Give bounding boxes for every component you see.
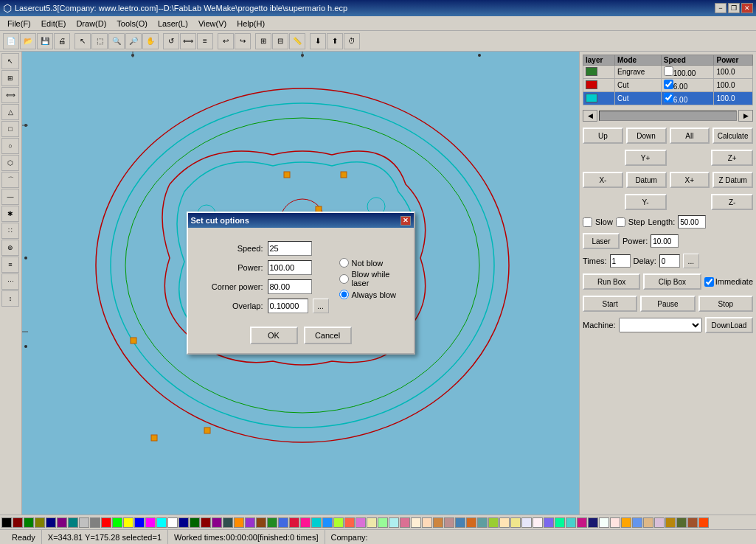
color-swatch-2[interactable] bbox=[24, 517, 34, 528]
menu-item-helph[interactable]: Help(H) bbox=[232, 18, 269, 29]
tool-6[interactable]: ⬡ bbox=[1, 155, 19, 171]
undo-button[interactable]: ↩ bbox=[218, 33, 234, 49]
tool-5[interactable]: ○ bbox=[1, 138, 19, 154]
color-swatch-18[interactable] bbox=[201, 517, 211, 528]
start-button[interactable]: Start bbox=[583, 296, 637, 312]
color-swatch-46[interactable] bbox=[510, 517, 521, 528]
pan-tool[interactable]: ✋ bbox=[142, 33, 159, 49]
color-swatch-12[interactable] bbox=[134, 517, 145, 528]
color-swatch-3[interactable] bbox=[35, 517, 45, 528]
laser-button[interactable]: Laser bbox=[583, 233, 620, 249]
always-blow-radio[interactable] bbox=[339, 290, 349, 299]
color-swatch-27[interactable] bbox=[300, 517, 311, 528]
minimize-button[interactable]: − bbox=[715, 3, 726, 13]
color-swatch-26[interactable] bbox=[289, 517, 299, 528]
color-swatch-38[interactable] bbox=[422, 517, 432, 528]
color-swatch-0[interactable] bbox=[1, 517, 12, 528]
color-swatch-50[interactable] bbox=[555, 517, 565, 528]
color-swatch-45[interactable] bbox=[499, 517, 510, 528]
run-box-button[interactable]: Run Box bbox=[583, 273, 640, 290]
color-swatch-32[interactable] bbox=[356, 517, 366, 528]
zoom-out-tool[interactable]: 🔎 bbox=[125, 33, 142, 49]
tool-3[interactable]: △ bbox=[1, 104, 19, 120]
flip-tool[interactable]: ⟺ bbox=[180, 33, 196, 49]
color-swatch-22[interactable] bbox=[245, 517, 255, 528]
tool-1[interactable]: ⊞ bbox=[1, 70, 19, 86]
color-swatch-31[interactable] bbox=[344, 517, 355, 528]
not-blow-radio[interactable] bbox=[339, 258, 349, 268]
color-swatch-6[interactable] bbox=[68, 517, 78, 528]
timer-button[interactable]: ⏱ bbox=[344, 33, 360, 49]
z-minus-button[interactable]: Z- bbox=[711, 194, 753, 210]
always-blow-option[interactable]: Always blow bbox=[339, 290, 405, 299]
menu-item-filef[interactable]: File(F) bbox=[3, 18, 35, 29]
not-blow-option[interactable]: Not blow bbox=[339, 258, 405, 268]
color-swatch-7[interactable] bbox=[79, 517, 89, 528]
step-checkbox[interactable] bbox=[616, 217, 625, 227]
color-swatch-54[interactable] bbox=[599, 517, 609, 528]
tool-7[interactable]: ⌒ bbox=[1, 172, 19, 188]
color-swatch-57[interactable] bbox=[632, 517, 642, 528]
power-input[interactable] bbox=[268, 260, 312, 275]
color-swatch-24[interactable] bbox=[267, 517, 277, 528]
color-swatch-40[interactable] bbox=[444, 517, 454, 528]
menu-item-edite[interactable]: Edit(E) bbox=[37, 18, 71, 29]
tool-4[interactable]: □ bbox=[1, 121, 19, 137]
machine-select[interactable] bbox=[619, 318, 702, 332]
array-button[interactable]: ⊟ bbox=[272, 33, 288, 49]
color-swatch-29[interactable] bbox=[322, 517, 333, 528]
save-button[interactable]: 💾 bbox=[37, 33, 53, 49]
stop-button[interactable]: Stop bbox=[698, 296, 753, 312]
color-swatch-11[interactable] bbox=[123, 517, 133, 528]
color-swatch-14[interactable] bbox=[156, 517, 167, 528]
scroll-track[interactable] bbox=[599, 111, 737, 121]
tool-0[interactable]: ↖ bbox=[1, 53, 19, 69]
corner-power-input[interactable] bbox=[268, 279, 312, 294]
menu-item-laserl[interactable]: Laser(L) bbox=[153, 18, 193, 29]
color-swatch-5[interactable] bbox=[57, 517, 67, 528]
color-swatch-48[interactable] bbox=[533, 517, 543, 528]
color-swatch-63[interactable] bbox=[698, 517, 709, 528]
scroll-right[interactable]: ▶ bbox=[738, 110, 753, 122]
tool-8[interactable]: — bbox=[1, 189, 19, 205]
download-button[interactable]: DownLoad bbox=[705, 317, 753, 333]
redo-button[interactable]: ↪ bbox=[235, 33, 251, 49]
tool-13[interactable]: ⋯ bbox=[1, 273, 19, 290]
tool-9[interactable]: ✱ bbox=[1, 206, 19, 222]
color-swatch-20[interactable] bbox=[223, 517, 233, 528]
select-tool[interactable]: ↖ bbox=[74, 33, 91, 49]
z-datum-button[interactable]: Z Datum bbox=[712, 172, 753, 188]
color-swatch-25[interactable] bbox=[278, 517, 288, 528]
color-swatch-10[interactable] bbox=[112, 517, 122, 528]
color-swatch-58[interactable] bbox=[643, 517, 653, 528]
color-swatch-39[interactable] bbox=[433, 517, 443, 528]
measure-button[interactable]: 📏 bbox=[289, 33, 305, 49]
color-swatch-37[interactable] bbox=[411, 517, 421, 528]
color-swatch-53[interactable] bbox=[588, 517, 598, 528]
color-swatch-56[interactable] bbox=[621, 517, 631, 528]
dialog-close-button[interactable]: ✕ bbox=[400, 216, 411, 226]
color-swatch-9[interactable] bbox=[101, 517, 111, 528]
menu-item-toolso[interactable]: Tools(O) bbox=[112, 18, 152, 29]
immediate-checkbox[interactable] bbox=[704, 277, 714, 287]
blow-while-laser-option[interactable]: Blow while laser bbox=[339, 270, 405, 287]
z-plus-button[interactable]: Z+ bbox=[711, 150, 753, 166]
down-button[interactable]: Down bbox=[626, 128, 667, 144]
color-swatch-13[interactable] bbox=[145, 517, 156, 528]
color-swatch-15[interactable] bbox=[167, 517, 178, 528]
restore-button[interactable]: ❐ bbox=[728, 3, 740, 13]
menu-item-drawd[interactable]: Draw(D) bbox=[72, 18, 111, 29]
ok-button[interactable]: OK bbox=[250, 327, 298, 344]
overlap-input[interactable] bbox=[268, 299, 308, 313]
color-swatch-8[interactable] bbox=[90, 517, 100, 528]
color-swatch-21[interactable] bbox=[234, 517, 244, 528]
color-swatch-23[interactable] bbox=[256, 517, 266, 528]
y-minus-button[interactable]: Y- bbox=[625, 194, 667, 210]
tool-11[interactable]: ⊕ bbox=[1, 240, 19, 256]
x-plus-button[interactable]: X+ bbox=[670, 172, 710, 188]
open-button[interactable]: 📂 bbox=[20, 33, 36, 49]
clip-box-button[interactable]: Clip Box bbox=[643, 273, 701, 290]
color-swatch-55[interactable] bbox=[610, 517, 620, 528]
color-swatch-52[interactable] bbox=[577, 517, 587, 528]
color-swatch-35[interactable] bbox=[389, 517, 399, 528]
